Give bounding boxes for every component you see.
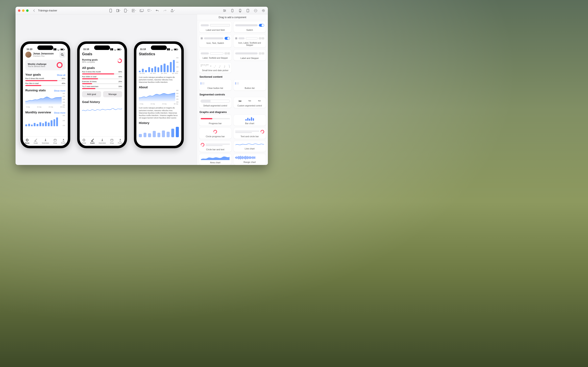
search-button[interactable] <box>59 52 65 58</box>
component-circle-progress[interactable]: Circle progress bar <box>199 128 232 139</box>
redo-icon[interactable] <box>163 8 167 13</box>
tab-shop[interactable]: Shop <box>110 138 114 144</box>
svg-point-24 <box>63 139 64 140</box>
panel-drag-hint: Drag to add a component <box>197 15 268 20</box>
profile-header: Jonas Jonassson Premium Plus <box>25 51 65 58</box>
goal-row[interactable]: Exercise 20 times25% <box>82 81 122 84</box>
component-progress-bar[interactable]: Progress bar <box>199 115 232 126</box>
x-axis-labels: juli 2021okt. 2021jan. 2022apr. 2022 <box>139 72 179 75</box>
minimize-button[interactable] <box>22 9 25 12</box>
panel-body[interactable]: Label and text field Switch Icon, Text, … <box>197 20 268 165</box>
component-label-stepper[interactable]: −+ Label and Stepper <box>233 50 266 60</box>
phone-mockup-statistics[interactable]: 11:13 Statistics 250200150100 <box>134 42 184 148</box>
about-paragraph: Cum sociis natoque penatibus et magnis d… <box>139 107 179 119</box>
stats-paragraph: Cum sociis natoque penatibus et magnis d… <box>139 76 179 83</box>
svg-rect-12 <box>240 12 241 12</box>
show-more-link[interactable]: Show more <box>54 90 65 92</box>
section-sectioned-content: Sectioned content <box>199 75 265 78</box>
tab-home[interactable]: Home <box>25 138 29 144</box>
svg-point-9 <box>224 11 225 12</box>
goals-icon <box>34 138 37 142</box>
svg-point-19 <box>61 54 63 55</box>
about-area-chart: 300250200150100 <box>139 90 179 103</box>
phone-mockup-goals[interactable]: 11:13 Goals Running goals 66% complete <box>77 42 127 148</box>
tab-bar: Home Goals Exercises Shop Profile <box>23 136 68 146</box>
running-goals-ring <box>117 58 122 63</box>
goal-row[interactable]: Run 5 times this month80% <box>25 77 65 81</box>
tab-profile[interactable]: Profile <box>61 138 66 144</box>
component-default-segmented[interactable]: Default segmented control <box>199 97 232 108</box>
component-custom-segmented[interactable]: TextTextText Custom segmented control <box>233 97 266 108</box>
iphone-icon[interactable] <box>230 8 234 13</box>
tab-profile[interactable]: Profile <box>118 138 122 144</box>
component-label-textfield-stepper[interactable]: −+ Label, Textfield and Stepper <box>199 50 232 60</box>
challenge-card[interactable]: Weekly challange You're almost there <box>25 60 65 70</box>
show-all-link[interactable]: Show all <box>57 74 65 76</box>
status-time: 11:13 <box>26 48 32 50</box>
svg-point-21 <box>57 63 62 67</box>
undo-icon[interactable] <box>155 8 159 13</box>
component-circle-text[interactable]: Circle bar and text <box>199 141 232 152</box>
iphone-alt-icon[interactable] <box>238 8 242 13</box>
profile-icon <box>62 138 65 142</box>
goal-row[interactable]: Run 5 times this month80% <box>82 71 122 75</box>
status-time: 11:13 <box>140 48 146 50</box>
svg-point-17 <box>264 10 264 10</box>
component-area-chart[interactable]: Area chart <box>199 154 232 165</box>
theme-icon[interactable] <box>261 8 265 13</box>
component-icon-label-textfield-stepper[interactable]: −+ Icon, Label, Textfield and Stepper <box>233 34 266 48</box>
tab-shop[interactable]: Shop <box>53 138 57 144</box>
svg-point-16 <box>263 10 263 11</box>
status-time: 11:13 <box>83 48 89 50</box>
svg-point-8 <box>225 10 226 11</box>
tab-home[interactable]: Home <box>82 138 86 144</box>
wifi-icon <box>114 48 116 50</box>
show-more-link[interactable]: Show more <box>54 111 65 114</box>
goal-label: Run 5 times this month <box>25 77 44 80</box>
tab-goals[interactable]: Goals <box>90 138 95 144</box>
component-label-textfield[interactable]: Label and text field <box>199 21 232 33</box>
goal-row[interactable]: Try 3 new exercises33% <box>82 85 122 89</box>
device-single-icon[interactable] <box>109 8 113 13</box>
tab-goals[interactable]: Goals <box>34 138 38 144</box>
document-dropdown-icon[interactable] <box>132 8 136 13</box>
layout-columns-icon[interactable] <box>116 8 121 13</box>
running-goals-row[interactable]: Running goals 66% complete <box>82 58 122 63</box>
svg-point-29 <box>120 139 121 140</box>
monthly-chart: 350250150 <box>25 115 65 126</box>
photos-icon[interactable] <box>140 8 144 13</box>
svg-rect-13 <box>247 9 249 12</box>
home-icon <box>26 138 29 142</box>
phone-mockup-home[interactable]: 11:13 Jonas Jonassson Premium Plus <box>20 42 70 148</box>
component-small-datepicker[interactable]: February 2024‹› MTWTFSS 1234 Small time … <box>199 63 232 73</box>
comments-icon[interactable] <box>147 8 151 13</box>
goal-row[interactable]: Run 50km in total40% <box>82 76 122 79</box>
goal-row[interactable]: Run 5km in total40% <box>25 82 65 86</box>
document-title: Tränings-tracker <box>38 9 57 12</box>
component-clear-button-list[interactable]: Clear button list <box>199 80 232 91</box>
avatar[interactable] <box>25 52 31 58</box>
tab-exercises[interactable]: Exercises <box>42 138 49 144</box>
x-axis-labels: 9 maj16 maj23 maj30 maj <box>25 106 65 108</box>
ring-icon <box>260 129 265 134</box>
component-button-list[interactable]: Button list <box>233 80 266 91</box>
component-bar-chart[interactable]: Bar chart <box>233 115 266 126</box>
device-dropdown-icon[interactable] <box>124 8 128 13</box>
collapse-icon[interactable] <box>254 8 258 13</box>
back-button[interactable] <box>32 8 36 13</box>
zoom-button[interactable] <box>26 9 29 12</box>
add-goal-button[interactable]: Add goal <box>82 91 101 97</box>
component-range-chart[interactable]: Range chart <box>233 154 266 165</box>
component-switch[interactable]: Switch <box>233 21 266 33</box>
design-canvas[interactable]: 11:13 Jonas Jonassson Premium Plus <box>16 15 197 165</box>
component-icon-text-switch[interactable]: Icon, Text, Switch <box>199 34 232 48</box>
running-stats-chart: 300250200150100 <box>25 93 65 106</box>
close-button[interactable] <box>18 9 20 12</box>
share-icon[interactable] <box>171 8 175 13</box>
tab-exercises[interactable]: Exercises <box>99 138 106 144</box>
settings-sliders-icon[interactable] <box>223 8 227 13</box>
component-text-circle[interactable]: Text and circle bar <box>233 128 266 139</box>
manage-button[interactable]: Manage <box>103 91 122 97</box>
component-line-chart[interactable]: Line chart <box>233 141 266 152</box>
ipad-icon[interactable] <box>246 8 250 13</box>
